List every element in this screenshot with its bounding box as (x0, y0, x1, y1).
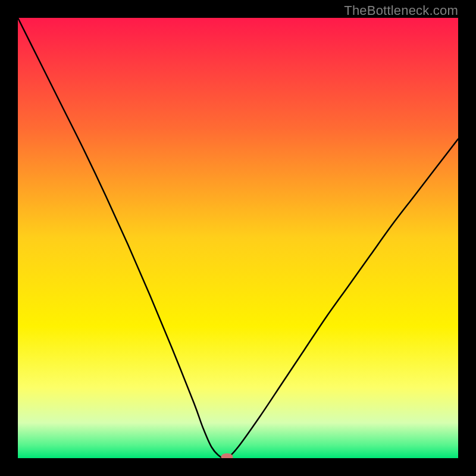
chart-frame: TheBottleneck.com (0, 0, 476, 476)
gradient-background (18, 18, 458, 458)
watermark-text: TheBottleneck.com (344, 3, 458, 18)
plot-area (18, 18, 458, 458)
chart-svg (18, 18, 458, 458)
